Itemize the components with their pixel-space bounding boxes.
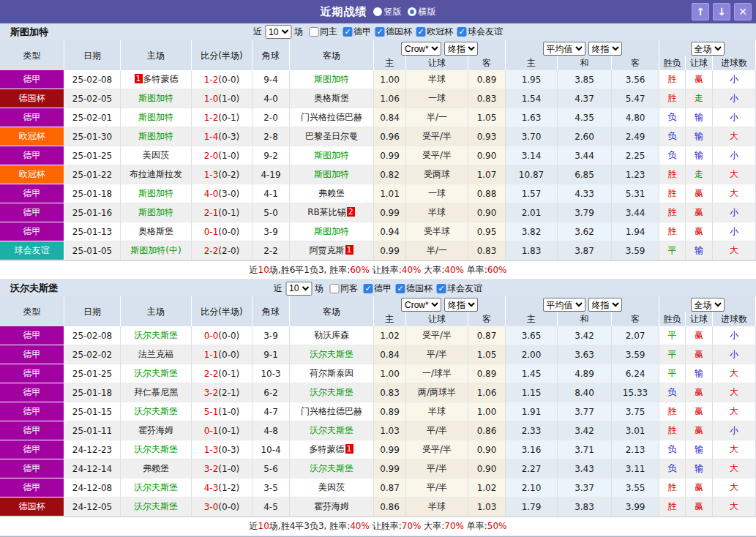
date-cell: 25-01-18 xyxy=(64,383,121,402)
odds-time-select[interactable]: 终指 xyxy=(444,42,478,56)
odds-time-select[interactable]: 终指 xyxy=(444,298,478,312)
match-count-select[interactable]: 10 xyxy=(285,282,312,296)
team-label: 沃尔夫斯堡 xyxy=(134,368,178,378)
scope-select[interactable]: 全场 xyxy=(691,298,725,312)
avg-draw-cell: 3.42 xyxy=(558,326,612,345)
col-date: 日期 xyxy=(64,296,121,326)
team-label: 法兰克福 xyxy=(138,349,173,359)
league-filter[interactable]: 德国杯 xyxy=(395,282,433,295)
summary-segment: 让胜率: xyxy=(370,265,402,275)
odds-away-cell: 1.05 xyxy=(468,108,506,127)
odds-away-cell: 0.90 xyxy=(468,440,506,459)
move-down-button[interactable]: ↓ xyxy=(713,3,730,20)
checkbox-checked-icon[interactable] xyxy=(375,27,384,37)
scope-select[interactable]: 全场 xyxy=(691,42,725,56)
league-checkboxes: 德甲德国杯球会友谊 xyxy=(359,282,482,295)
league-filter[interactable]: 欧冠杯 xyxy=(416,26,453,38)
handicap-cell: 平/半 xyxy=(406,459,468,478)
goals-result-cell: 大 xyxy=(713,241,756,260)
checkbox-checked-icon[interactable] xyxy=(457,27,466,37)
handicap-result-cell: 输 xyxy=(686,364,713,383)
league-filter[interactable]: 德国杯 xyxy=(375,26,412,38)
checkbox-unchecked-icon[interactable] xyxy=(309,27,318,37)
type-cell: 德甲 xyxy=(0,345,64,364)
team-label: 美因茨 xyxy=(143,150,169,160)
goals-result-cell: 大 xyxy=(713,459,756,478)
score-halftime: (0-3) xyxy=(218,132,239,142)
avg-time-select[interactable]: 终指 xyxy=(588,42,622,56)
col-avg-home: 主 xyxy=(506,312,558,326)
checkbox-unchecked-icon[interactable] xyxy=(329,284,339,293)
score-cell: 3-2(1-0) xyxy=(192,459,252,478)
avg-home-cell: 3.82 xyxy=(506,222,558,241)
corners-cell: 2-2 xyxy=(252,241,290,260)
radio-checked-icon[interactable] xyxy=(408,7,416,16)
league-filter[interactable]: 球会友谊 xyxy=(436,282,482,295)
score-halftime: (0-2) xyxy=(218,170,239,180)
home-team-cell: 奥格斯堡 xyxy=(121,222,192,241)
checkbox-checked-icon[interactable] xyxy=(416,27,425,37)
team-label: 布拉迪斯拉发 xyxy=(130,169,182,179)
odds-source-select[interactable]: Crow* xyxy=(401,42,441,56)
handicap-cell: 半球 xyxy=(406,402,468,421)
result-cell: 平 xyxy=(659,345,686,364)
odds-source-select[interactable]: Crow* xyxy=(401,298,441,312)
league-filter[interactable]: 球会友谊 xyxy=(457,26,503,38)
match-count-select[interactable]: 10 xyxy=(265,25,291,39)
checkbox-checked-icon[interactable] xyxy=(436,284,446,293)
league-label: 球会友谊 xyxy=(468,26,503,38)
same-venue-filter[interactable]: 同主 xyxy=(309,26,337,38)
avg-away-cell: 3.55 xyxy=(612,478,659,497)
league-filter[interactable]: 德甲 xyxy=(343,26,371,38)
league-filter[interactable]: 德甲 xyxy=(363,282,392,295)
team-label: 沃尔夫斯堡 xyxy=(134,501,178,511)
checkbox-checked-icon[interactable] xyxy=(343,27,352,37)
summary-segment: 单率: xyxy=(464,521,487,531)
avg-away-cell: 3.56 xyxy=(612,70,659,89)
goals-result-cell: 小 xyxy=(713,70,756,89)
summary-segment: 70% xyxy=(444,521,464,531)
move-up-button[interactable]: ↑ xyxy=(692,3,709,20)
away-team-cell: 巴黎圣日尔曼 xyxy=(290,127,374,146)
date-cell: 25-01-13 xyxy=(64,222,121,241)
close-button[interactable]: ✕ xyxy=(734,3,752,20)
checkbox-checked-icon[interactable] xyxy=(395,284,405,293)
odds-away-cell: 0.88 xyxy=(468,184,506,203)
avg-away-cell: 15.33 xyxy=(612,383,659,402)
result-cell: 平 xyxy=(659,364,686,383)
radio-unchecked-icon[interactable] xyxy=(373,7,382,16)
score-cell: 0-1(0-0) xyxy=(192,222,252,241)
avg-source-select[interactable]: 平均值 xyxy=(543,298,585,312)
result-cell: 胜 xyxy=(659,70,686,89)
col-type: 类型 xyxy=(0,296,64,326)
score-cell: 3-2(2-1) xyxy=(192,383,252,402)
score-fulltime: 2-1 xyxy=(204,208,219,218)
handicap-cell: 受平/半 xyxy=(406,440,468,459)
avg-away-cell: 2.07 xyxy=(612,326,659,345)
away-team-cell: 斯图加特 xyxy=(290,165,374,184)
score-cell: 1-2(0-1) xyxy=(192,108,252,127)
score-cell: 2-2(2-0) xyxy=(192,241,252,260)
odds-home-cell: 0.86 xyxy=(374,497,406,517)
layout-vertical-radio[interactable]: 竖版 xyxy=(373,6,402,18)
col-away: 客场 xyxy=(290,296,374,326)
team-label: 多特蒙德 xyxy=(310,444,345,454)
odds-home-cell: 0.84 xyxy=(374,345,406,364)
type-cell: 德甲 xyxy=(0,383,64,402)
goals-result-cell: 小 xyxy=(713,222,756,241)
layout-horizontal-radio[interactable]: 横版 xyxy=(408,6,436,18)
type-cell: 德甲 xyxy=(0,146,64,165)
date-cell: 25-01-11 xyxy=(64,421,121,440)
type-cell: 德国杯 xyxy=(0,497,64,517)
avg-time-select[interactable]: 终指 xyxy=(588,298,622,312)
match-row: 德国杯24-12-05沃尔夫斯堡3-0(0-0)4-5霍芬海姆0.86半球1.0… xyxy=(0,497,756,517)
avg-source-select[interactable]: 平均值 xyxy=(543,42,585,56)
corners-cell: 10-3 xyxy=(252,364,290,383)
checkbox-checked-icon[interactable] xyxy=(363,284,373,293)
same-venue-filter[interactable]: 同客 xyxy=(329,282,358,295)
type-cell: 德甲 xyxy=(0,70,64,89)
col-result: 胜负 xyxy=(659,56,686,70)
avg-draw-cell: 3.44 xyxy=(558,146,612,165)
filter-games-label: 场 xyxy=(294,26,303,38)
match-row: 德甲25-02-02法兰克福1-1(0-0)9-1沃尔夫斯堡0.84平/半1.0… xyxy=(0,345,756,364)
